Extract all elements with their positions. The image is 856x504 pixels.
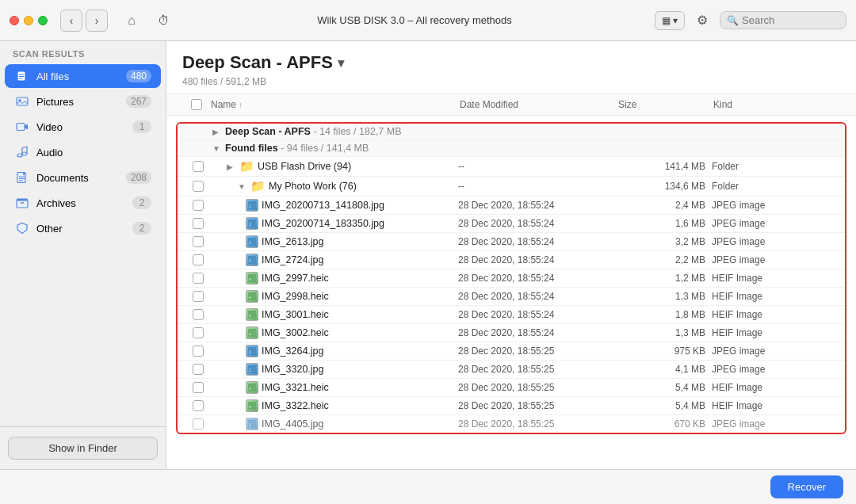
found-files-row-name: Found files - 94 files / 141,4 MB [225, 143, 369, 154]
file-checkbox-8[interactable] [193, 346, 204, 357]
file-checkbox-10[interactable] [193, 382, 204, 393]
table-row[interactable]: H IMG_2998.heic 28 Dec 2020, 18:55:24 1,… [178, 288, 845, 306]
sidebar-item-video[interactable]: Video 1 [5, 115, 161, 139]
table-row[interactable]: J IMG_2724.jpg 28 Dec 2020, 18:55:24 2,2… [178, 251, 845, 269]
table-row[interactable]: J IMG_3264.jpg 28 Dec 2020, 18:55:25 975… [178, 342, 845, 361]
file-name-8: IMG_3264.jpg [262, 346, 324, 357]
filter-button[interactable]: ⚙ [691, 10, 713, 32]
scan-title: Deep Scan - APFS ▾ [182, 52, 840, 73]
traffic-lights [10, 16, 48, 25]
col-header-size[interactable]: Size [618, 99, 713, 110]
search-input[interactable] [742, 14, 837, 26]
sidebar-item-other[interactable]: Other 2 [5, 216, 161, 240]
chevron-right-icon: › [95, 14, 99, 27]
file-checkbox-3[interactable] [193, 254, 204, 265]
file-icon-jpeg: J [246, 235, 258, 248]
file-name-10: IMG_3321.heic [262, 382, 329, 393]
file-date-4: 28 Dec 2020, 18:55:24 [458, 273, 617, 284]
history-button[interactable]: ⏱ [152, 10, 174, 32]
nav-buttons: ‹ › [60, 10, 108, 32]
sidebar-item-documents[interactable]: Documents 208 [5, 166, 161, 189]
file-icon-heif: H [246, 326, 258, 339]
view-options-button[interactable]: ▦ ▾ [655, 11, 685, 30]
file-date-9: 28 Dec 2020, 18:55:25 [458, 364, 617, 375]
table-row[interactable]: J IMG_3320.jpg 28 Dec 2020, 18:55:25 4,1… [178, 361, 845, 379]
table-row[interactable]: J IMG_20200714_183350.jpg 28 Dec 2020, 1… [178, 215, 845, 233]
photo-work-date: -- [458, 181, 617, 192]
file-checkbox-9[interactable] [193, 364, 204, 375]
file-size-4: 1,2 MB [617, 273, 712, 284]
sidebar-item-label-all-files: All files [36, 71, 120, 82]
file-icon-jpeg: J [246, 363, 258, 376]
table-row[interactable]: H IMG_3002.heic 28 Dec 2020, 18:55:24 1,… [178, 324, 845, 342]
select-all-checkbox[interactable] [191, 99, 202, 110]
svg-text:H: H [249, 277, 251, 281]
usb-flash-size: 141,4 MB [617, 161, 712, 172]
sidebar-item-archives[interactable]: Archives 2 [5, 191, 161, 215]
file-kind-0: JPEG image [712, 200, 839, 211]
file-checkbox-12[interactable] [193, 418, 204, 430]
minimize-button[interactable] [24, 16, 33, 25]
table-row[interactable]: J IMG_2613.jpg 28 Dec 2020, 18:55:24 3,2… [178, 233, 845, 251]
file-checkbox-0[interactable] [193, 200, 204, 211]
table-row[interactable]: H IMG_2997.heic 28 Dec 2020, 18:55:24 1,… [178, 269, 845, 288]
file-checkbox-7[interactable] [193, 327, 204, 338]
maximize-button[interactable] [38, 16, 48, 25]
file-date-3: 28 Dec 2020, 18:55:24 [458, 254, 617, 265]
forward-button[interactable]: › [86, 10, 108, 32]
file-date-10: 28 Dec 2020, 18:55:25 [458, 382, 617, 393]
tree-row-photo-work[interactable]: ▼ 📁 My Photo Work (76) -- 134,6 MB Folde… [178, 177, 845, 197]
sidebar-item-all-files[interactable]: All files 480 [5, 64, 161, 88]
close-button[interactable] [10, 16, 19, 25]
col-header-kind[interactable]: Kind [713, 99, 840, 110]
table-row[interactable]: J IMG_20200713_141808.jpg 28 Dec 2020, 1… [178, 197, 845, 215]
file-name-6: IMG_3001.heic [262, 309, 329, 320]
usb-flash-row-name: USB Flash Drive (94) [258, 161, 351, 172]
tree-row-deep-scan[interactable]: ▶ Deep Scan - APFS - 14 files / 182,7 MB [178, 124, 845, 140]
file-size-2: 3,2 MB [617, 236, 712, 247]
sidebar-item-pictures[interactable]: Pictures 267 [5, 90, 161, 113]
file-checkbox-5[interactable] [193, 291, 204, 302]
tree-row-usb-flash[interactable]: ▶ 📁 USB Flash Drive (94) -- 141,4 MB Fol… [178, 157, 845, 177]
table-row[interactable]: J IMG_4405.jpg 28 Dec 2020, 18:55:25 670… [178, 415, 845, 433]
sliders-icon: ⚙ [697, 13, 708, 28]
table-row[interactable]: H IMG_3321.heic 28 Dec 2020, 18:55:25 5,… [178, 379, 845, 397]
usb-flash-date: -- [458, 161, 617, 172]
home-button[interactable]: ⌂ [120, 10, 143, 32]
scan-title-text: Deep Scan - APFS [182, 52, 333, 73]
file-kind-10: HEIF Image [712, 382, 839, 393]
file-checkbox-6[interactable] [193, 309, 204, 320]
file-checkbox-1[interactable] [193, 218, 204, 229]
table-row[interactable]: H IMG_3322.heic 28 Dec 2020, 18:55:25 5,… [178, 397, 845, 415]
file-checkbox-11[interactable] [193, 400, 204, 411]
file-size-5: 1,3 MB [617, 291, 712, 302]
clock-icon: ⏱ [158, 13, 170, 27]
table-row[interactable]: H IMG_3001.heic 28 Dec 2020, 18:55:24 1,… [178, 306, 845, 324]
other-icon [14, 220, 30, 236]
file-date-11: 28 Dec 2020, 18:55:25 [458, 400, 617, 411]
file-size-1: 1,6 MB [617, 218, 712, 229]
file-size-0: 2,4 MB [617, 200, 712, 211]
tree-row-found-files[interactable]: ▼ Found files - 94 files / 141,4 MB [178, 140, 845, 157]
usb-flash-checkbox[interactable] [193, 161, 204, 172]
sidebar-item-audio[interactable]: Audio [5, 140, 161, 164]
col-header-name[interactable]: Name ↑ [211, 99, 460, 110]
svg-point-8 [22, 152, 27, 155]
sidebar-item-label-audio: Audio [36, 147, 151, 158]
search-bar[interactable]: 🔍 [720, 11, 846, 29]
file-checkbox-2[interactable] [193, 236, 204, 247]
file-checkbox-4[interactable] [193, 273, 204, 284]
all-files-icon [14, 68, 30, 84]
file-kind-11: HEIF Image [712, 400, 839, 411]
title-dropdown-arrow[interactable]: ▾ [338, 55, 344, 71]
file-icon-jpeg: J [246, 217, 258, 230]
file-name-9: IMG_3320.jpg [262, 364, 324, 375]
back-button[interactable]: ‹ [60, 10, 82, 32]
recover-button[interactable]: Recover [770, 475, 843, 498]
col-header-date[interactable]: Date Modified [460, 99, 618, 110]
photo-work-checkbox[interactable] [193, 181, 204, 192]
show-in-finder-button[interactable]: Show in Finder [8, 437, 158, 460]
table-body: ▶ Deep Scan - APFS - 14 files / 182,7 MB [166, 116, 856, 469]
file-size-11: 5,4 MB [617, 400, 712, 411]
file-kind-9: JPEG image [712, 364, 839, 375]
